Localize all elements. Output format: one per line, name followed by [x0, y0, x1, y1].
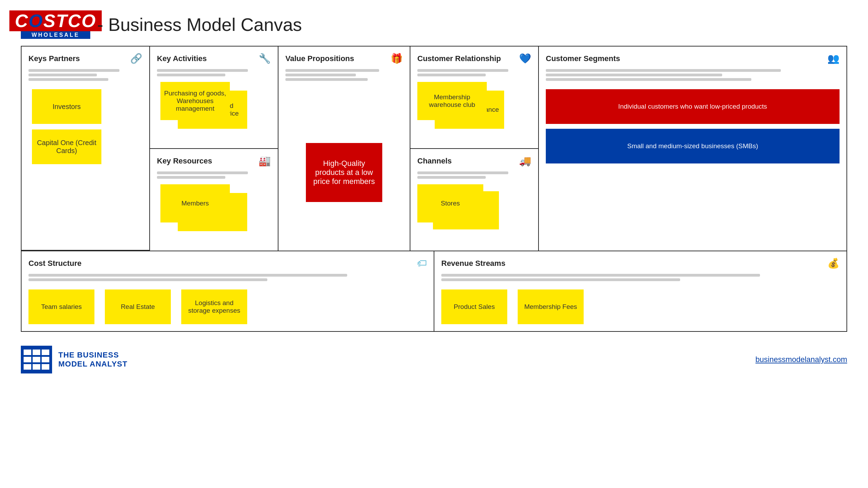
gray-line — [28, 278, 267, 281]
value-propositions-cell: Value Propositions 🎁 High-Quality produc… — [278, 47, 410, 251]
sticky-investors: Investors — [32, 89, 101, 124]
cr-stickies-group: Membership warehouse club Personal assis… — [417, 82, 531, 131]
customer-relationship-channels-column: Customer Relationship 💙 Membership wareh… — [410, 47, 539, 251]
page-title: - Business Model Canvas — [97, 14, 302, 35]
key-resources-header: Key Resources 🏭 — [157, 155, 271, 167]
gray-line — [285, 69, 379, 72]
logo-cell — [24, 350, 31, 355]
cr-header: Customer Relationship 💙 — [417, 53, 531, 64]
gray-line — [546, 69, 781, 72]
customer-relationship-cell: Customer Relationship 💙 Membership wareh… — [410, 47, 538, 149]
gray-line — [157, 74, 225, 76]
sticky-smb: Small and medium-sized businesses (SMBs) — [546, 129, 840, 163]
logo-cell — [42, 350, 49, 355]
key-activities-header: Key Activities 🔧 — [157, 53, 271, 64]
channels-header: Channels 🚚 — [417, 155, 531, 167]
footer-logo-line1: THE BUSINESS — [58, 351, 127, 360]
gray-line — [157, 69, 248, 72]
cost-structure-header: Cost Structure 🏷 — [28, 258, 427, 269]
tag-icon: 🏷 — [417, 258, 427, 269]
gray-line — [28, 69, 119, 72]
kr-placeholder-lines — [157, 171, 271, 179]
vp-header: Value Propositions 🎁 — [285, 53, 403, 64]
costco-logo: COSTCO WHOLESALE — [21, 10, 90, 39]
people-icon: 👥 — [827, 53, 840, 64]
logo-cell — [33, 350, 40, 355]
keys-partners-header: Keys Partners 🔗 — [28, 53, 142, 64]
heart-icon: 💙 — [519, 53, 531, 64]
link-icon: 🔗 — [130, 53, 142, 64]
sticky-membership-warehouse: Membership warehouse club — [417, 82, 487, 120]
kr-stickies-group: Members Brand — [157, 184, 271, 233]
gray-line — [285, 74, 356, 76]
gray-line — [417, 74, 486, 76]
key-resources-title: Key Resources — [157, 157, 212, 166]
logo-cell — [33, 357, 40, 362]
cost-stickies-group: Team salaries Real Estate Logistics and … — [28, 287, 427, 325]
key-activities-resources-column: Key Activities 🔧 Purchasing of goods, Wa… — [150, 47, 278, 251]
logo-row — [24, 350, 49, 355]
header: COSTCO WHOLESALE - Business Model Canvas — [0, 0, 868, 46]
cost-structure-title: Cost Structure — [28, 259, 82, 268]
kp-placeholder-lines — [28, 69, 142, 81]
sticky-membership-fees: Membership Fees — [518, 289, 584, 324]
ka-stickies-group: Purchasing of goods, Warehouses manageme… — [157, 82, 271, 131]
key-resources-cell: Key Resources 🏭 Members Brand — [150, 149, 278, 251]
cost-structure-cell: Cost Structure 🏷 Team salaries Real Esta… — [22, 251, 434, 331]
sticky-high-quality: High-Quality products at a low price for… — [306, 143, 382, 202]
logo-cell — [42, 364, 49, 370]
key-activities-title: Key Activities — [157, 54, 207, 63]
gray-line — [441, 278, 680, 281]
sticky-purchasing: Purchasing of goods, Warehouses manageme… — [160, 82, 230, 120]
business-model-canvas: Keys Partners 🔗 Investors Capital One (C… — [21, 46, 847, 332]
logo-top-text: COSTCO — [9, 10, 102, 31]
revenue-streams-title: Revenue Streams — [441, 259, 506, 268]
top-section: Keys Partners 🔗 Investors Capital One (C… — [22, 47, 846, 251]
footer-logo-group: THE BUSINESS MODEL ANALYST — [21, 346, 127, 373]
logo-cell — [33, 364, 40, 370]
gray-line — [417, 176, 486, 179]
logo-cell — [42, 357, 49, 362]
cs-stickies-group: Individual customers who want low-priced… — [546, 89, 840, 163]
gray-line — [417, 171, 508, 174]
gray-line — [285, 78, 368, 81]
gift-icon: 🎁 — [391, 53, 403, 64]
revenue-stickies-group: Product Sales Membership Fees — [441, 287, 840, 325]
gray-line — [546, 78, 751, 81]
gray-line — [28, 274, 347, 277]
sticky-real-estate: Real Estate — [105, 289, 171, 324]
cs-cost-placeholder-lines — [28, 274, 427, 281]
bma-logo-text: THE BUSINESS MODEL ANALYST — [58, 351, 127, 369]
cs-placeholder-lines — [546, 69, 840, 81]
rs-placeholder-lines — [441, 274, 840, 281]
cr-title: Customer Relationship — [417, 54, 501, 63]
footer: THE BUSINESS MODEL ANALYST businessmodel… — [0, 339, 868, 380]
gray-line — [546, 74, 722, 76]
logo-cell — [24, 357, 31, 362]
keys-partners-title: Keys Partners — [28, 54, 80, 63]
factory-icon: 🏭 — [259, 155, 271, 167]
gray-line — [157, 171, 248, 174]
ka-placeholder-lines — [157, 69, 271, 76]
gray-line — [441, 274, 760, 277]
channels-title: Channels — [417, 157, 452, 166]
key-activities-cell: Key Activities 🔧 Purchasing of goods, Wa… — [150, 47, 278, 149]
cr-placeholder-lines — [417, 69, 531, 76]
sticky-capital-one: Capital One (Credit Cards) — [32, 129, 101, 164]
ch-stickies-group: Stores Website — [417, 184, 531, 229]
gray-line — [28, 74, 97, 76]
sticky-individual-customers: Individual customers who want low-priced… — [546, 89, 840, 124]
vp-content-area: High-Quality products at a low price for… — [285, 86, 403, 244]
cs-title: Customer Segments — [546, 54, 620, 63]
footer-website-link[interactable]: businessmodelanalyst.com — [756, 355, 847, 364]
sticky-team-salaries: Team salaries — [28, 289, 94, 324]
logo-cell — [24, 364, 31, 370]
sticky-stores: Stores — [417, 184, 483, 222]
customer-segments-column: Customer Segments 👥 Individual customers… — [539, 47, 846, 251]
bottom-section: Cost Structure 🏷 Team salaries Real Esta… — [22, 251, 846, 331]
gray-line — [417, 69, 508, 72]
keys-partners-cell: Keys Partners 🔗 Investors Capital One (C… — [22, 47, 149, 251]
channels-cell: Channels 🚚 Stores Website — [410, 149, 538, 251]
revenue-streams-header: Revenue Streams 💰 — [441, 258, 840, 269]
revenue-streams-cell: Revenue Streams 💰 Product Sales Membersh… — [434, 251, 846, 331]
